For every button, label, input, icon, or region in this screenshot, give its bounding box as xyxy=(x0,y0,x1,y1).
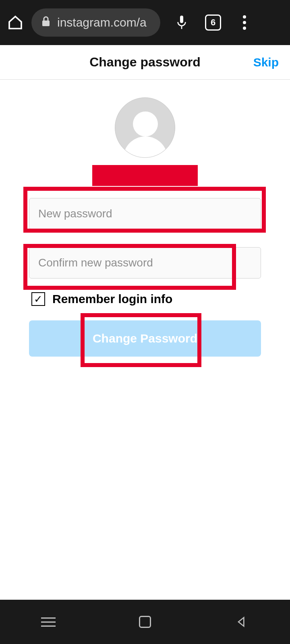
remember-checkbox[interactable]: ✓ xyxy=(31,292,45,306)
svg-rect-1 xyxy=(180,16,183,23)
lock-icon xyxy=(41,16,51,30)
mic-icon[interactable] xyxy=(172,12,192,33)
avatar xyxy=(115,97,175,158)
home-nav-icon[interactable] xyxy=(137,614,153,630)
back-icon[interactable] xyxy=(234,614,250,630)
skip-link[interactable]: Skip xyxy=(253,56,279,69)
browser-chrome-bar: instagram.com/a 6 xyxy=(0,0,290,45)
recent-apps-icon[interactable] xyxy=(40,614,56,630)
change-password-button[interactable]: Change Password xyxy=(29,320,261,357)
svg-rect-0 xyxy=(42,21,50,26)
remember-login-row[interactable]: ✓ Remember login info xyxy=(29,292,261,306)
tab-count: 6 xyxy=(211,17,215,28)
url-text: instagram.com/a xyxy=(57,16,147,29)
redacted-username xyxy=(92,165,198,186)
confirm-password-input[interactable] xyxy=(29,247,261,279)
page-header: Change password Skip xyxy=(0,45,290,80)
overflow-menu-icon[interactable] xyxy=(234,12,255,33)
new-password-input[interactable] xyxy=(29,198,261,229)
home-icon[interactable] xyxy=(6,14,24,31)
page-title: Change password xyxy=(89,55,201,70)
system-nav-bar xyxy=(0,600,290,644)
remember-label: Remember login info xyxy=(52,292,172,306)
tabs-button[interactable]: 6 xyxy=(203,12,223,33)
content-area: ✓ Remember login info Change Password xyxy=(0,80,290,357)
url-bar[interactable]: instagram.com/a xyxy=(31,8,160,37)
check-icon: ✓ xyxy=(34,294,43,304)
